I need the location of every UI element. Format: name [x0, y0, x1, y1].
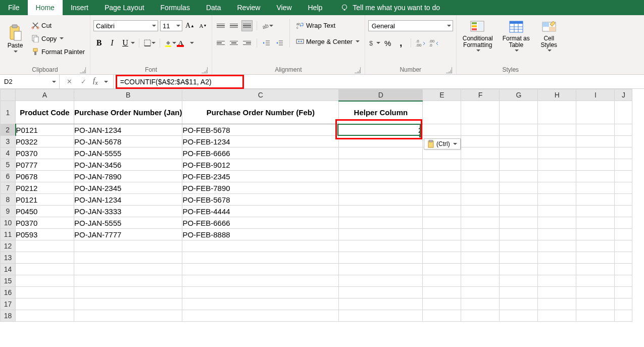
cell-B13[interactable]: [74, 252, 182, 264]
row-header-9[interactable]: 9: [1, 206, 16, 217]
cell-A6[interactable]: P0678: [16, 171, 74, 182]
cell-B4[interactable]: PO-JAN-5555: [74, 147, 182, 159]
cell-D2[interactable]: 2: [339, 124, 423, 136]
conditional-formatting-button[interactable]: Conditional Formatting: [460, 17, 496, 52]
cell-F18[interactable]: [461, 310, 500, 322]
select-all-corner[interactable]: [1, 89, 16, 101]
cell-E14[interactable]: [423, 264, 461, 275]
enter-formula-button[interactable]: ✓: [79, 78, 88, 85]
tab-view[interactable]: View: [268, 0, 300, 15]
cell-D7[interactable]: [339, 182, 423, 194]
cell-C13[interactable]: [182, 252, 339, 264]
cell-J18[interactable]: [615, 310, 632, 322]
cell-E18[interactable]: [423, 310, 461, 322]
cell-A17[interactable]: [16, 299, 74, 310]
cell-B2[interactable]: PO-JAN-1234: [74, 124, 182, 136]
name-box[interactable]: D2: [0, 75, 60, 88]
dialog-launcher-icon[interactable]: [80, 67, 86, 73]
cell-A16[interactable]: [16, 287, 74, 299]
format-as-table-button[interactable]: Format as Table: [498, 17, 534, 52]
cell-J13[interactable]: [615, 252, 632, 264]
cell-B17[interactable]: [74, 299, 182, 310]
italic-button[interactable]: I: [107, 37, 118, 48]
cell-B16[interactable]: [74, 287, 182, 299]
cell-I16[interactable]: [576, 287, 615, 299]
cell-J8[interactable]: [615, 194, 632, 206]
cell-G12[interactable]: [500, 240, 538, 252]
cell-I5[interactable]: [576, 159, 615, 171]
cell-B8[interactable]: PO-JAN-1234: [74, 194, 182, 206]
cell-I17[interactable]: [576, 299, 615, 310]
align-center-button[interactable]: [228, 37, 239, 48]
cell-J3[interactable]: [615, 136, 632, 147]
cell-E7[interactable]: [423, 182, 461, 194]
cell-J14[interactable]: [615, 264, 632, 275]
row-header-5[interactable]: 5: [1, 159, 16, 171]
cell-J15[interactable]: [615, 275, 632, 287]
cell-F3[interactable]: [461, 136, 500, 147]
cell-G1[interactable]: [500, 101, 538, 124]
paste-options-popup[interactable]: (Ctrl): [424, 138, 461, 150]
cell-F17[interactable]: [461, 299, 500, 310]
merge-center-button[interactable]: Merge & Center: [294, 35, 362, 47]
cell-E1[interactable]: [423, 101, 461, 124]
cell-B15[interactable]: [74, 275, 182, 287]
cell-E10[interactable]: [423, 217, 461, 229]
cell-B3[interactable]: PO-JAN-5678: [74, 136, 182, 147]
decrease-indent-button[interactable]: [261, 37, 272, 48]
col-header-A[interactable]: A: [16, 89, 74, 101]
cell-F5[interactable]: [461, 159, 500, 171]
cell-B7[interactable]: PO-JAN-2345: [74, 182, 182, 194]
cell-C5[interactable]: PO-FEB-9012: [182, 159, 339, 171]
cell-F12[interactable]: [461, 240, 500, 252]
cell-D6[interactable]: [339, 171, 423, 182]
cell-C17[interactable]: [182, 299, 339, 310]
cell-I14[interactable]: [576, 264, 615, 275]
row-header-14[interactable]: 14: [1, 264, 16, 275]
cell-I10[interactable]: [576, 217, 615, 229]
cell-B1[interactable]: Purchase Order Number (Jan): [74, 101, 182, 124]
cell-J12[interactable]: [615, 240, 632, 252]
tab-page-layout[interactable]: Page Layout: [96, 0, 153, 15]
fill-color-button[interactable]: [164, 39, 176, 47]
cell-F10[interactable]: [461, 217, 500, 229]
cell-H1[interactable]: [538, 101, 576, 124]
cell-H6[interactable]: [538, 171, 576, 182]
cell-H10[interactable]: [538, 217, 576, 229]
cell-D8[interactable]: [339, 194, 423, 206]
col-header-D[interactable]: D: [339, 89, 423, 101]
cell-H9[interactable]: [538, 206, 576, 217]
cell-C7[interactable]: PO-FEB-7890: [182, 182, 339, 194]
col-header-E[interactable]: E: [423, 89, 461, 101]
cell-H2[interactable]: [538, 124, 576, 136]
tell-me-search[interactable]: Tell me what you want to do: [340, 4, 440, 12]
cell-D3[interactable]: [339, 136, 423, 147]
cell-A1[interactable]: Product Code: [16, 101, 74, 124]
tab-formulas[interactable]: Formulas: [153, 0, 198, 15]
row-header-13[interactable]: 13: [1, 252, 16, 264]
cell-I13[interactable]: [576, 252, 615, 264]
cell-J9[interactable]: [615, 206, 632, 217]
col-header-B[interactable]: B: [74, 89, 182, 101]
cell-J5[interactable]: [615, 159, 632, 171]
dialog-launcher-icon[interactable]: [446, 67, 452, 73]
cancel-formula-button[interactable]: ✕: [65, 78, 74, 85]
cell-C3[interactable]: PO-FEB-1234: [182, 136, 339, 147]
cell-H8[interactable]: [538, 194, 576, 206]
cell-J2[interactable]: [615, 124, 632, 136]
cell-B10[interactable]: PO-JAN-5555: [74, 217, 182, 229]
cell-G8[interactable]: [500, 194, 538, 206]
row-header-12[interactable]: 12: [1, 240, 16, 252]
cell-B5[interactable]: PO-JAN-3456: [74, 159, 182, 171]
row-header-8[interactable]: 8: [1, 194, 16, 206]
cell-C2[interactable]: PO-FEB-5678: [182, 124, 339, 136]
col-header-H[interactable]: H: [538, 89, 576, 101]
cell-A18[interactable]: [16, 310, 74, 322]
align-left-button[interactable]: [215, 37, 226, 48]
cell-A7[interactable]: P0212: [16, 182, 74, 194]
cell-H11[interactable]: [538, 229, 576, 240]
bold-button[interactable]: B: [93, 37, 105, 48]
cell-B18[interactable]: [74, 310, 182, 322]
cell-E8[interactable]: [423, 194, 461, 206]
cell-A2[interactable]: P0121: [16, 124, 74, 136]
